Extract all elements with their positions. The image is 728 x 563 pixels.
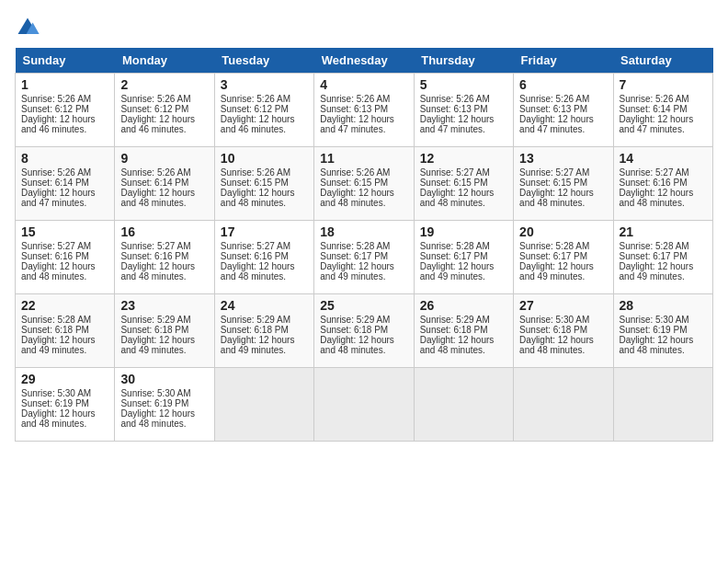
sunrise-line: Sunrise: 5:28 AM [21, 315, 91, 325]
daylight-line: Daylight: 12 hours and 47 minutes. [420, 114, 495, 134]
day-cell: 10 Sunrise: 5:26 AM Sunset: 6:15 PM Dayl… [214, 147, 313, 221]
sunset-line: Sunset: 6:18 PM [420, 325, 488, 335]
daylight-line: Daylight: 12 hours and 48 minutes. [120, 188, 195, 208]
day-number: 12 [420, 151, 507, 166]
sunset-line: Sunset: 6:19 PM [620, 325, 688, 335]
daylight-line: Daylight: 12 hours and 49 minutes. [120, 335, 195, 355]
sunset-line: Sunset: 6:19 PM [21, 398, 89, 408]
week-row-1: 1 Sunrise: 5:26 AM Sunset: 6:12 PM Dayli… [16, 74, 713, 147]
day-cell: 14 Sunrise: 5:27 AM Sunset: 6:16 PM Dayl… [613, 147, 712, 221]
day-number: 24 [221, 298, 308, 313]
day-cell: 20 Sunrise: 5:28 AM Sunset: 6:17 PM Dayl… [514, 221, 613, 294]
sunrise-line: Sunrise: 5:30 AM [620, 315, 689, 325]
sunset-line: Sunset: 6:16 PM [21, 251, 89, 261]
sunset-line: Sunset: 6:15 PM [320, 178, 388, 188]
header-cell-tuesday: Tuesday [214, 48, 313, 74]
sunset-line: Sunset: 6:14 PM [620, 104, 688, 114]
day-number: 11 [320, 151, 407, 166]
day-number: 10 [221, 151, 308, 166]
day-cell: 16 Sunrise: 5:27 AM Sunset: 6:16 PM Dayl… [115, 221, 214, 294]
sunrise-line: Sunrise: 5:26 AM [120, 167, 190, 178]
day-number: 26 [420, 298, 507, 313]
day-cell: 2 Sunrise: 5:26 AM Sunset: 6:12 PM Dayli… [115, 74, 214, 147]
day-cell: 8 Sunrise: 5:26 AM Sunset: 6:14 PM Dayli… [16, 147, 115, 221]
sunrise-line: Sunrise: 5:28 AM [420, 241, 490, 251]
logo [15, 15, 44, 40]
day-number: 7 [620, 77, 707, 92]
daylight-line: Daylight: 12 hours and 48 minutes. [221, 261, 295, 282]
header-cell-friday: Friday [514, 48, 613, 74]
header-cell-sunday: Sunday [16, 48, 115, 74]
sunrise-line: Sunrise: 5:27 AM [519, 167, 589, 178]
daylight-line: Daylight: 12 hours and 48 minutes. [120, 408, 195, 429]
daylight-line: Daylight: 12 hours and 47 minutes. [320, 114, 394, 134]
sunrise-line: Sunrise: 5:26 AM [221, 167, 290, 178]
day-cell: 17 Sunrise: 5:27 AM Sunset: 6:16 PM Dayl… [214, 221, 313, 294]
day-number: 27 [519, 298, 607, 313]
day-cell: 26 Sunrise: 5:29 AM Sunset: 6:18 PM Dayl… [414, 294, 513, 368]
sunrise-line: Sunrise: 5:27 AM [120, 241, 190, 251]
daylight-line: Daylight: 12 hours and 48 minutes. [320, 335, 394, 355]
sunset-line: Sunset: 6:12 PM [21, 104, 89, 114]
day-number: 22 [21, 298, 108, 313]
logo-icon [15, 15, 40, 40]
daylight-line: Daylight: 12 hours and 46 minutes. [21, 114, 96, 134]
day-number: 2 [120, 77, 208, 92]
week-row-2: 8 Sunrise: 5:26 AM Sunset: 6:14 PM Dayli… [16, 147, 713, 221]
sunrise-line: Sunrise: 5:26 AM [221, 94, 290, 104]
sunrise-line: Sunrise: 5:30 AM [519, 315, 589, 325]
sunrise-line: Sunrise: 5:27 AM [21, 241, 91, 251]
day-cell [514, 368, 613, 442]
day-cell: 6 Sunrise: 5:26 AM Sunset: 6:13 PM Dayli… [514, 74, 613, 147]
sunrise-line: Sunrise: 5:26 AM [620, 94, 689, 104]
day-cell: 12 Sunrise: 5:27 AM Sunset: 6:15 PM Dayl… [414, 147, 513, 221]
day-number: 4 [320, 77, 407, 92]
day-cell: 29 Sunrise: 5:30 AM Sunset: 6:19 PM Dayl… [16, 368, 115, 442]
daylight-line: Daylight: 12 hours and 47 minutes. [519, 114, 594, 134]
sunrise-line: Sunrise: 5:28 AM [620, 241, 689, 251]
day-number: 14 [620, 151, 707, 166]
day-cell: 24 Sunrise: 5:29 AM Sunset: 6:18 PM Dayl… [214, 294, 313, 368]
sunset-line: Sunset: 6:14 PM [21, 178, 89, 188]
day-number: 3 [221, 77, 308, 92]
sunrise-line: Sunrise: 5:26 AM [519, 94, 589, 104]
daylight-line: Daylight: 12 hours and 48 minutes. [620, 188, 694, 208]
day-cell [314, 368, 414, 442]
day-cell: 7 Sunrise: 5:26 AM Sunset: 6:14 PM Dayli… [613, 74, 712, 147]
sunrise-line: Sunrise: 5:29 AM [120, 315, 190, 325]
day-number: 9 [120, 151, 208, 166]
sunrise-line: Sunrise: 5:26 AM [21, 167, 91, 178]
day-cell: 9 Sunrise: 5:26 AM Sunset: 6:14 PM Dayli… [115, 147, 214, 221]
sunset-line: Sunset: 6:12 PM [120, 104, 188, 114]
sunrise-line: Sunrise: 5:28 AM [519, 241, 589, 251]
daylight-line: Daylight: 12 hours and 49 minutes. [21, 335, 96, 355]
sunrise-line: Sunrise: 5:26 AM [320, 167, 390, 178]
daylight-line: Daylight: 12 hours and 46 minutes. [221, 114, 295, 134]
sunset-line: Sunset: 6:19 PM [120, 398, 188, 408]
header-cell-thursday: Thursday [414, 48, 513, 74]
sunset-line: Sunset: 6:13 PM [519, 104, 587, 114]
day-cell: 5 Sunrise: 5:26 AM Sunset: 6:13 PM Dayli… [414, 74, 513, 147]
sunrise-line: Sunrise: 5:26 AM [120, 94, 190, 104]
sunset-line: Sunset: 6:18 PM [320, 325, 388, 335]
sunset-line: Sunset: 6:15 PM [221, 178, 289, 188]
sunset-line: Sunset: 6:18 PM [519, 325, 587, 335]
daylight-line: Daylight: 12 hours and 48 minutes. [620, 335, 694, 355]
sunrise-line: Sunrise: 5:30 AM [21, 388, 91, 398]
day-number: 28 [620, 298, 707, 313]
sunset-line: Sunset: 6:18 PM [221, 325, 289, 335]
header-cell-saturday: Saturday [613, 48, 712, 74]
sunrise-line: Sunrise: 5:28 AM [320, 241, 390, 251]
day-number: 30 [120, 372, 208, 386]
daylight-line: Daylight: 12 hours and 47 minutes. [620, 114, 694, 134]
day-number: 20 [519, 224, 607, 239]
day-cell [613, 368, 712, 442]
header-row: SundayMondayTuesdayWednesdayThursdayFrid… [16, 48, 713, 74]
sunrise-line: Sunrise: 5:29 AM [420, 315, 490, 325]
day-cell: 3 Sunrise: 5:26 AM Sunset: 6:12 PM Dayli… [214, 74, 313, 147]
day-number: 21 [620, 224, 707, 239]
sunrise-line: Sunrise: 5:29 AM [320, 315, 390, 325]
day-number: 8 [21, 151, 108, 166]
sunset-line: Sunset: 6:13 PM [320, 104, 388, 114]
sunrise-line: Sunrise: 5:26 AM [420, 94, 490, 104]
